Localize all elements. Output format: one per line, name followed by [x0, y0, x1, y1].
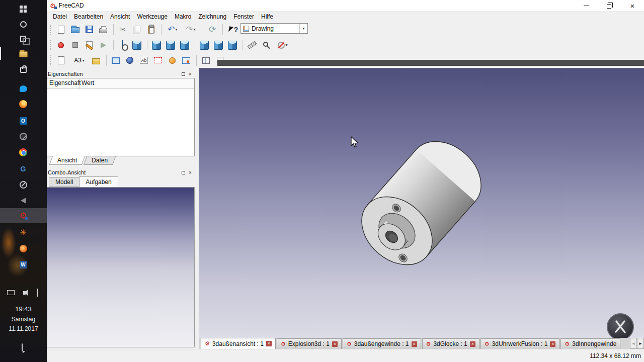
- clipping-plane-button[interactable]: ▾: [274, 39, 292, 52]
- spreadsheet-view-button[interactable]: [199, 54, 212, 67]
- tab-modell[interactable]: Modell: [49, 177, 79, 187]
- redo-button[interactable]: ↷▾: [182, 23, 199, 36]
- cut-button[interactable]: ✂: [116, 23, 129, 36]
- print-button[interactable]: [97, 23, 110, 36]
- doc-tab-3daussengewinde[interactable]: ⚙ 3daußengewinde : 1 ×: [343, 338, 421, 349]
- copy-button[interactable]: [130, 23, 143, 36]
- swirl-app-button[interactable]: [17, 242, 30, 255]
- tab-scroll-right-button[interactable]: ►: [637, 338, 644, 349]
- new-document-button[interactable]: [54, 23, 67, 36]
- tab-close-icon[interactable]: ×: [266, 341, 272, 346]
- tab-close-icon[interactable]: ×: [412, 341, 417, 347]
- file-explorer-button[interactable]: [17, 48, 30, 61]
- action-center-button[interactable]: [17, 343, 27, 352]
- open-document-button[interactable]: [68, 23, 82, 36]
- view-rear-button[interactable]: [198, 39, 211, 52]
- page-format-selector[interactable]: A3▾: [68, 54, 89, 67]
- whats-this-button[interactable]: ?: [225, 23, 242, 36]
- draft-symbol-button[interactable]: [166, 54, 179, 67]
- blocked-app-button[interactable]: [17, 130, 30, 143]
- word-button[interactable]: W: [17, 258, 30, 271]
- ortho-views-button[interactable]: [123, 54, 136, 67]
- tab-daten[interactable]: Daten: [84, 156, 116, 165]
- menu-ansicht[interactable]: Ansicht: [107, 12, 133, 21]
- menu-hilfe[interactable]: Hilfe: [258, 12, 277, 21]
- panel-close-button[interactable]: ×: [187, 71, 194, 77]
- view-left-button[interactable]: [226, 39, 239, 52]
- page-orientation-button[interactable]: [90, 54, 103, 67]
- refresh-button[interactable]: ⟳: [206, 23, 219, 36]
- menu-makro[interactable]: Makro: [171, 12, 195, 21]
- panel-float-button[interactable]: [180, 71, 187, 77]
- save-button[interactable]: [83, 23, 96, 36]
- column-header-wert[interactable]: Wert: [79, 78, 194, 88]
- toolbar-grip[interactable]: [50, 25, 52, 35]
- doc-tab-3daussenansicht[interactable]: ⚙ 3daußenansicht : 1 ×: [201, 338, 276, 349]
- menu-zeichnung[interactable]: Zeichnung: [195, 12, 230, 21]
- macro-execute-button[interactable]: [97, 39, 110, 52]
- tab-close-icon[interactable]: ×: [550, 341, 555, 347]
- view-top-button[interactable]: [164, 39, 177, 52]
- zoom-box-button[interactable]: [260, 39, 273, 52]
- undo-button[interactable]: ↶▾: [164, 23, 181, 36]
- compass-app-button[interactable]: [17, 178, 30, 191]
- volume-tray-button[interactable]: [21, 289, 30, 297]
- paste-button[interactable]: [144, 23, 157, 36]
- doc-tab-3dinnengewinde[interactable]: ⚙ 3dInnengewinde: [560, 338, 620, 349]
- chrome-button[interactable]: [17, 146, 30, 159]
- menu-bearbeiten[interactable]: Bearbeiten: [70, 12, 107, 21]
- clip-rect-button[interactable]: [151, 54, 165, 67]
- tab-close-icon[interactable]: ×: [332, 341, 338, 347]
- macro-stop-button[interactable]: [68, 39, 82, 52]
- properties-table-body[interactable]: [47, 89, 194, 144]
- view-front-button[interactable]: [150, 39, 163, 52]
- view-bottom-button[interactable]: [212, 39, 225, 52]
- google-app-button[interactable]: G: [17, 162, 30, 175]
- workbench-selector[interactable]: Drawing ▼: [240, 23, 308, 34]
- measure-distance-button[interactable]: [246, 39, 259, 52]
- view-right-button[interactable]: [178, 39, 191, 52]
- minimize-button[interactable]: [575, 0, 598, 12]
- macro-record-button[interactable]: [54, 39, 67, 52]
- tab-close-icon[interactable]: ×: [470, 341, 475, 347]
- toolbar-grip[interactable]: [50, 40, 52, 50]
- tab-ansicht[interactable]: Ansicht: [49, 156, 86, 165]
- panel-close-button[interactable]: ×: [187, 169, 194, 176]
- second-screen-tray-button[interactable]: [7, 289, 17, 297]
- task-view-button[interactable]: [17, 32, 30, 45]
- clock-day[interactable]: Samstag: [0, 316, 47, 323]
- view-fit-all-button[interactable]: [116, 39, 129, 52]
- column-header-eigenschaft[interactable]: Eigenschaft: [47, 78, 79, 88]
- clip-group-button[interactable]: [180, 54, 193, 67]
- doc-tab-explosion3d[interactable]: ⚙ Explosion3d : 1 ×: [277, 338, 342, 349]
- windows-start-button[interactable]: [17, 3, 30, 16]
- twitter-button[interactable]: [17, 82, 30, 95]
- clock-time[interactable]: 19:43: [0, 305, 47, 313]
- freecad-taskbar-button[interactable]: ⚙: [17, 209, 30, 222]
- doc-tab-3duhrwerkfusion[interactable]: ⚙ 3dUhrwerkFusion : 1 ×: [480, 338, 560, 349]
- clock-date[interactable]: 11.11.2017: [0, 325, 47, 332]
- tab-scroll-left-button[interactable]: ◄: [630, 338, 637, 349]
- insert-view-button[interactable]: [109, 54, 122, 67]
- view-axonometric-button[interactable]: [130, 39, 143, 52]
- announce-app-button[interactable]: [17, 194, 30, 207]
- browser-swirl-button[interactable]: [17, 98, 30, 111]
- panel-float-button[interactable]: [180, 169, 187, 176]
- tab-aufgaben[interactable]: Aufgaben: [79, 176, 118, 187]
- toolbar-grip[interactable]: [50, 55, 52, 65]
- annotation-button[interactable]: Ab: [137, 54, 150, 67]
- close-button[interactable]: ×: [621, 0, 644, 12]
- menu-datei[interactable]: Datei: [49, 12, 70, 21]
- 3d-viewport[interactable]: [199, 68, 644, 338]
- restore-button[interactable]: [598, 0, 621, 12]
- macro-edit-button[interactable]: [83, 39, 96, 52]
- asterisk-app-button[interactable]: ✳: [17, 226, 30, 239]
- new-page-button[interactable]: [54, 54, 67, 67]
- doc-tab-3dglocke[interactable]: ⚙ 3dGlocke : 1 ×: [422, 338, 479, 349]
- menu-werkzeuge[interactable]: Werkzeuge: [133, 12, 171, 21]
- menu-fenster[interactable]: Fenster: [230, 12, 258, 21]
- mail-app-button[interactable]: O: [17, 114, 30, 127]
- tray-expand-button[interactable]: [34, 290, 41, 297]
- cortana-button[interactable]: [17, 18, 30, 31]
- microsoft-store-button[interactable]: [17, 62, 30, 75]
